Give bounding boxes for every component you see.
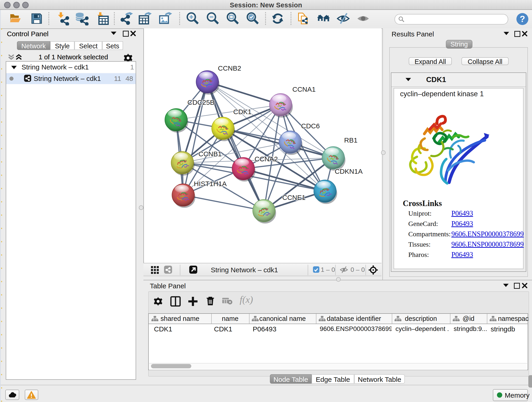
svg-text:CCNA2: CCNA2	[254, 155, 278, 163]
svg-text:CCNB1: CCNB1	[198, 150, 222, 158]
svg-text:CDC6: CDC6	[301, 122, 320, 130]
svg-text:CCNE1: CCNE1	[282, 194, 306, 201]
svg-text:HIST1H1A: HIST1H1A	[194, 180, 227, 187]
svg-text:CDK1: CDK1	[233, 108, 252, 115]
svg-text:CCNB2: CCNB2	[218, 64, 241, 72]
svg-text:CDC25B: CDC25B	[187, 99, 215, 106]
svg-text:CDKN1A: CDKN1A	[335, 167, 363, 175]
svg-text:RB1: RB1	[344, 136, 357, 144]
svg-text:CCNA1: CCNA1	[292, 85, 316, 93]
svg-text:?: ?	[520, 14, 525, 24]
